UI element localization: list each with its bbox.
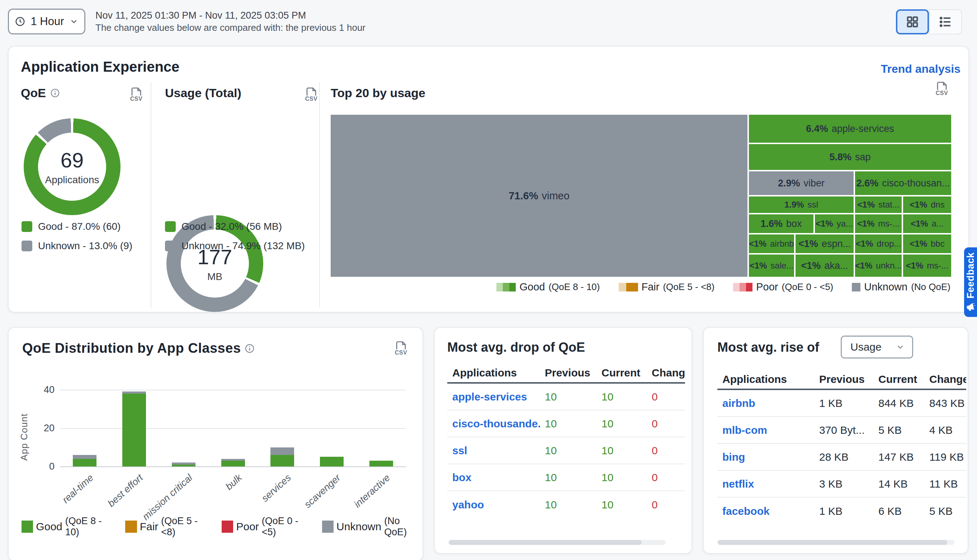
treemap-cell-cisco-thousan[interactable]: 2.6%cisco-thousan... [855,172,951,195]
trend-analysis-link[interactable]: Trend analysis [881,62,960,76]
treemap-cell-ya[interactable]: <1%ya... [815,214,854,233]
change-value: 119 KB [929,451,966,463]
legend-label: Unknown - 74.9% (132 MB) [182,240,305,252]
current-value: 10 [602,391,652,403]
treemap-cell-dns[interactable]: <1%dns [903,197,951,213]
treemap-cell-espn[interactable]: <1%espn... [795,235,854,253]
gridline [60,390,406,390]
app-link-mlb-com[interactable]: mlb-com [717,424,819,436]
legend-name: Fair [642,281,660,293]
legend-range: (No QoE) [384,515,422,538]
distribution-csv-download-button[interactable]: CSV [395,341,407,356]
treemap-cell-a[interactable]: <1%a... [903,214,951,233]
app-link-cisco-thousande[interactable]: cisco-thousande. [447,418,545,430]
rise-metric-select[interactable]: Usage [841,335,913,358]
bar-unknown-services [270,447,294,455]
legend-item: Unknown - 74.9% (132 MB) [165,240,305,252]
treemap-cell-unkn[interactable]: <1%unkn... [855,255,902,277]
legend-name: Unknown [864,281,907,293]
treemap-legend-item: Good (QoE 8 - 10) [497,281,600,293]
grid-view-button[interactable] [896,9,929,34]
bar-good-bulk [221,461,245,467]
legend-range: (QoE 8 - 10) [549,282,600,293]
usage-csv-download-button[interactable]: CSV [305,87,318,102]
chevron-down-icon [895,342,905,352]
scrollbar-thumb[interactable] [448,540,642,545]
treemap-legend-item: Unknown (No QoE) [852,281,950,293]
y-tick-label: 0 [29,461,55,472]
treemap-cell-viber[interactable]: 2.9%viber [749,172,854,195]
column-header: Change [652,367,685,379]
qoe-app-count: 69 [61,148,84,172]
legend-range: (QoE 0 - <5) [782,282,834,293]
treemap-cell-apple-services[interactable]: 6.4%apple-services [749,115,951,143]
chevron-down-icon [69,17,78,26]
feedback-label: Feedback [965,252,976,298]
legend-label: Unknown - 13.0% (9) [38,240,132,252]
current-value: 10 [602,472,652,483]
legend-item: Unknown - 13.0% (9) [22,240,132,252]
treemap-cell-box[interactable]: 1.6%box [749,214,814,233]
current-value: 10 [602,499,652,511]
table-row: box10100 [447,464,685,491]
legend-item: Good - 32.0% (56 MB) [165,221,282,232]
legend-name: Poor [756,281,778,293]
legend-swatch [497,283,516,292]
y-axis-label: App Count [18,401,30,473]
info-icon[interactable] [50,88,60,98]
treemap-cell-sap[interactable]: 5.8%sap [749,144,951,170]
treemap-cell-stat[interactable]: <1%stat... [855,197,902,213]
csv-file-icon [305,87,318,97]
qoe-csv-download-button[interactable]: CSV [130,87,143,102]
dashboard-root: 1 Hour Nov 11, 2025 01:30 PM - Nov 11, 2… [0,0,977,560]
rise-table: ApplicationsPreviousCurrentChangeairbnb1… [717,370,966,525]
change-value: 0 [652,499,685,511]
treemap-cell-aka[interactable]: <1%aka... [795,255,854,277]
treemap-cell-bbc[interactable]: <1%bbc [903,235,951,253]
app-link-apple-services[interactable]: apple-services [447,391,545,403]
column-header: Previous [819,373,879,385]
scrollbar-thumb[interactable] [718,540,947,545]
info-icon[interactable] [245,343,255,353]
treemap-cell-ms-[interactable]: <1%ms-... [903,255,951,277]
treemap-cell-ms-[interactable]: <1%ms-... [855,214,902,233]
rise-metric-value: Usage [850,341,882,353]
usage-treemap: 71.6%vimeo6.4%apple-services5.8%sap2.9%v… [331,115,951,277]
app-link-facebook[interactable]: facebook [717,505,819,517]
app-link-airbnb[interactable]: airbnb [717,397,819,410]
usage-total-unit: MB [207,271,222,283]
treemap-cell-vimeo[interactable]: 71.6%vimeo [331,115,747,277]
treemap-legend-item: Fair (QoE 5 - <8) [619,281,715,293]
app-link-ssl[interactable]: ssl [447,445,545,457]
current-value: 10 [602,445,652,457]
legend-swatch [22,221,32,232]
divider [151,82,151,308]
qoe-title: QoE [21,86,46,100]
table-row: bing28 KB147 KB119 KB [717,444,966,471]
time-range-dropdown[interactable]: 1 Hour [8,8,85,34]
app-link-yahoo[interactable]: yahoo [447,499,545,511]
legend-label: Good - 87.0% (60) [38,221,120,232]
column-header: Current [879,373,929,385]
bar-unknown-best-effort [122,392,146,393]
qoe-distribution-card: QoE Distribution by App Classes CSV App … [8,327,423,560]
feedback-button[interactable]: Feedback [964,247,977,317]
change-value: 4 KB [929,424,966,436]
divider [319,82,320,308]
current-value: 14 KB [879,478,929,490]
rise-table-scrollbar [718,540,954,545]
column-header: Current [602,367,652,379]
list-view-button[interactable] [929,9,962,34]
change-value: 5 KB [929,505,966,517]
app-link-bing[interactable]: bing [717,451,819,463]
csv-file-icon [935,81,948,91]
treemap-cell-sale[interactable]: <1%sale... [749,255,794,277]
treemap-cell-drop[interactable]: <1%drop... [855,235,902,253]
app-link-box[interactable]: box [447,472,545,483]
view-toggle [896,9,962,34]
previous-value: 10 [545,391,602,403]
treemap-cell-ssl[interactable]: 1.9%ssl [749,197,854,213]
app-link-netflix[interactable]: netflix [717,478,819,490]
treemap-csv-download-button[interactable]: CSV [935,81,948,96]
treemap-cell-airbnb[interactable]: <1%airbnb [749,235,794,253]
